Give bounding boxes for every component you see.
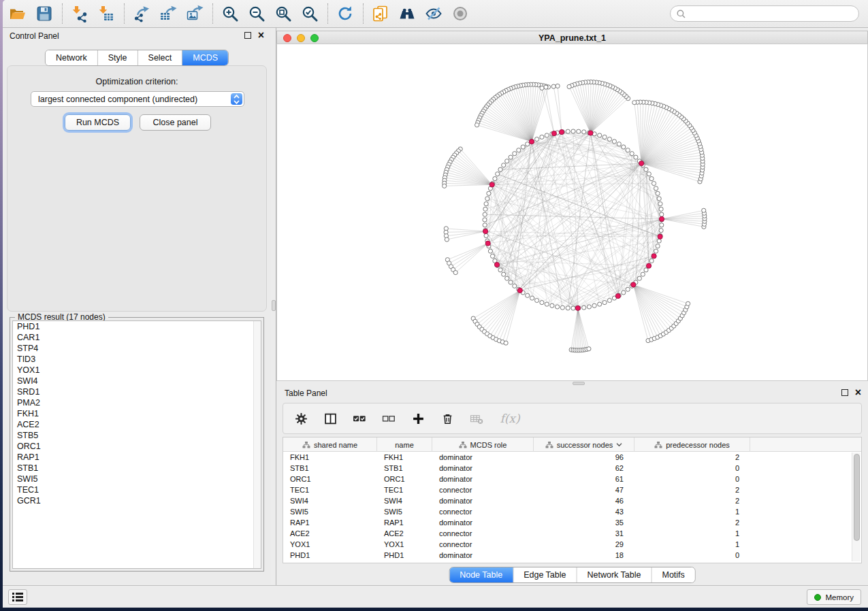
table-cell[interactable]: connector bbox=[432, 484, 534, 495]
table-cell[interactable]: dominator bbox=[432, 463, 534, 474]
toggle-column-view-button[interactable] bbox=[322, 410, 338, 427]
criterion-select[interactable]: largest connected component (undirected) bbox=[31, 91, 244, 107]
import-table-button[interactable] bbox=[95, 3, 117, 24]
table-cell[interactable]: STB1 bbox=[377, 463, 432, 474]
table-cell[interactable]: TEC1 bbox=[283, 484, 377, 495]
column-header-predecessor-nodes[interactable]: predecessor nodes bbox=[634, 437, 750, 452]
table-cell[interactable]: 61 bbox=[534, 474, 634, 484]
table-cell[interactable]: 1 bbox=[634, 506, 750, 517]
table-row[interactable]: TEC1TEC1connector472 bbox=[283, 484, 861, 495]
float-panel-icon[interactable] bbox=[244, 32, 251, 39]
apply-layout-button[interactable] bbox=[334, 3, 356, 24]
deselect-all-rows-button[interactable] bbox=[381, 410, 397, 427]
table-row[interactable]: FKH1FKH1dominator962 bbox=[283, 452, 861, 463]
network-title-bar[interactable]: YPA_prune.txt_1 bbox=[276, 31, 868, 44]
table-scrollbar[interactable] bbox=[852, 452, 861, 561]
close-table-panel-icon[interactable]: × bbox=[855, 389, 861, 396]
mcds-result-item[interactable]: TEC1 bbox=[13, 484, 261, 495]
export-network-button[interactable] bbox=[131, 3, 152, 24]
mcds-result-item[interactable]: PMA2 bbox=[13, 397, 261, 408]
tab-edge-table[interactable]: Edge Table bbox=[513, 567, 577, 582]
mcds-result-item[interactable]: ORC1 bbox=[13, 441, 261, 452]
tab-select[interactable]: Select bbox=[138, 50, 183, 65]
table-cell[interactable]: connector bbox=[432, 528, 534, 539]
mcds-result-item[interactable]: SWI4 bbox=[13, 376, 261, 386]
table-cell[interactable]: 46 bbox=[534, 495, 634, 506]
mcds-result-item[interactable]: SRD1 bbox=[13, 386, 261, 397]
table-cell[interactable]: 43 bbox=[534, 506, 634, 517]
table-cell[interactable]: dominator bbox=[432, 474, 534, 484]
close-mcds-panel-button[interactable]: Close panel bbox=[140, 114, 211, 131]
memory-button[interactable]: Memory bbox=[807, 589, 861, 605]
table-cell[interactable]: PHD1 bbox=[283, 550, 377, 561]
mcds-result-item[interactable]: YOX1 bbox=[13, 365, 261, 376]
table-cell[interactable]: YOX1 bbox=[283, 539, 377, 550]
delete-table-button[interactable] bbox=[468, 410, 485, 427]
table-row[interactable]: SWI4SWI4dominator462 bbox=[283, 495, 861, 506]
run-mcds-button[interactable]: Run MCDS bbox=[65, 114, 131, 131]
table-cell[interactable]: 47 bbox=[534, 484, 634, 495]
delete-column-button[interactable] bbox=[439, 410, 455, 427]
tab-network-table[interactable]: Network Table bbox=[577, 567, 652, 582]
mcds-result-item[interactable]: FKH1 bbox=[13, 408, 261, 419]
add-column-button[interactable] bbox=[410, 410, 426, 427]
table-cell[interactable]: 2 bbox=[634, 495, 750, 506]
search-network-button[interactable] bbox=[396, 3, 418, 24]
zoom-in-button[interactable] bbox=[219, 3, 241, 24]
tab-motifs[interactable]: Motifs bbox=[652, 567, 694, 582]
float-table-panel-icon[interactable] bbox=[841, 389, 848, 396]
mcds-result-item[interactable]: PHD1 bbox=[13, 321, 261, 332]
splitter-handle[interactable] bbox=[573, 382, 585, 385]
table-cell[interactable]: 29 bbox=[534, 539, 634, 550]
table-cell[interactable]: dominator bbox=[432, 550, 534, 561]
column-header-name[interactable]: name bbox=[377, 437, 432, 452]
export-image-button[interactable] bbox=[184, 3, 206, 24]
table-cell[interactable]: 1 bbox=[634, 528, 750, 539]
table-row[interactable]: ACE2ACE2connector311 bbox=[283, 528, 861, 539]
tab-style[interactable]: Style bbox=[98, 50, 138, 65]
tab-node-table[interactable]: Node Table bbox=[449, 567, 513, 582]
table-cell[interactable]: 0 bbox=[634, 550, 750, 561]
table-cell[interactable]: connector bbox=[432, 539, 534, 550]
vertical-splitter[interactable] bbox=[271, 28, 276, 585]
network-canvas[interactable] bbox=[276, 44, 868, 381]
table-cell[interactable]: TEC1 bbox=[377, 484, 432, 495]
table-cell[interactable]: dominator bbox=[432, 517, 534, 528]
task-history-button[interactable] bbox=[8, 589, 27, 605]
table-settings-button[interactable] bbox=[293, 410, 309, 427]
mcds-result-item[interactable]: ACE2 bbox=[13, 419, 261, 430]
table-cell[interactable]: 62 bbox=[534, 463, 634, 474]
mcds-result-item[interactable]: GCR1 bbox=[13, 495, 261, 506]
clone-network-button[interactable] bbox=[370, 3, 391, 24]
tab-mcds[interactable]: MCDS bbox=[182, 50, 228, 65]
table-row[interactable]: RAP1RAP1dominator352 bbox=[283, 517, 861, 528]
mcds-list-scrollbar[interactable] bbox=[253, 321, 261, 568]
table-cell[interactable]: YOX1 bbox=[377, 539, 432, 550]
network-graph[interactable] bbox=[277, 44, 867, 380]
table-cell[interactable]: SWI4 bbox=[377, 495, 432, 506]
table-cell[interactable]: 18 bbox=[534, 550, 634, 561]
table-cell[interactable]: 2 bbox=[634, 517, 750, 528]
splitter-handle[interactable] bbox=[272, 300, 276, 311]
table-cell[interactable]: SWI5 bbox=[377, 506, 432, 517]
table-cell[interactable]: 2 bbox=[634, 452, 750, 463]
column-header-successor-nodes[interactable]: successor nodes bbox=[534, 437, 634, 452]
table-cell[interactable]: connector bbox=[432, 506, 534, 517]
table-cell[interactable]: ACE2 bbox=[283, 528, 377, 539]
table-cell[interactable]: 0 bbox=[634, 474, 750, 484]
search-input[interactable] bbox=[690, 9, 852, 18]
table-row[interactable]: SWI5SWI5connector431 bbox=[283, 506, 861, 517]
horizontal-splitter[interactable] bbox=[276, 381, 868, 386]
zoom-out-button[interactable] bbox=[246, 3, 268, 24]
table-cell[interactable]: RAP1 bbox=[377, 517, 432, 528]
table-cell[interactable]: STB1 bbox=[283, 463, 377, 474]
table-cell[interactable]: dominator bbox=[432, 452, 534, 463]
table-cell[interactable]: SWI4 bbox=[283, 495, 377, 506]
mcds-result-item[interactable]: STP4 bbox=[13, 343, 261, 354]
table-cell[interactable]: PHD1 bbox=[377, 550, 432, 561]
table-row[interactable]: ORC1ORC1dominator610 bbox=[283, 474, 861, 484]
mcds-result-item[interactable]: STB5 bbox=[13, 430, 261, 441]
table-cell[interactable]: FKH1 bbox=[377, 452, 432, 463]
table-row[interactable]: YOX1YOX1connector291 bbox=[283, 539, 861, 550]
mcds-result-item[interactable]: TID3 bbox=[13, 354, 261, 365]
